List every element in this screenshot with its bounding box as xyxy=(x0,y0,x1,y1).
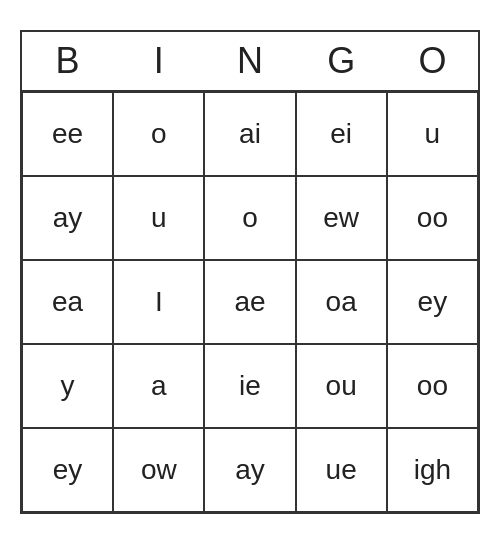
bingo-header: BINGO xyxy=(22,32,478,90)
grid-cell-r0-c1: o xyxy=(113,92,204,176)
header-cell-g: G xyxy=(296,32,387,90)
grid-cell-r1-c1: u xyxy=(113,176,204,260)
grid-cell-r2-c2: ae xyxy=(204,260,295,344)
grid-cell-r2-c4: ey xyxy=(387,260,478,344)
grid-cell-r3-c0: y xyxy=(22,344,113,428)
bingo-card: BINGO eeoaieiuayuoewooeaIaeoaeyyaieouooe… xyxy=(20,30,480,514)
header-cell-o: O xyxy=(387,32,478,90)
grid-cell-r1-c4: oo xyxy=(387,176,478,260)
grid-cell-r2-c3: oa xyxy=(296,260,387,344)
grid-cell-r4-c3: ue xyxy=(296,428,387,512)
header-cell-n: N xyxy=(204,32,295,90)
header-cell-i: I xyxy=(113,32,204,90)
grid-cell-r4-c1: ow xyxy=(113,428,204,512)
grid-cell-r0-c3: ei xyxy=(296,92,387,176)
bingo-grid: eeoaieiuayuoewooeaIaeoaeyyaieouooeyowayu… xyxy=(22,90,478,512)
grid-cell-r4-c2: ay xyxy=(204,428,295,512)
grid-cell-r3-c2: ie xyxy=(204,344,295,428)
grid-cell-r3-c3: ou xyxy=(296,344,387,428)
grid-cell-r1-c3: ew xyxy=(296,176,387,260)
grid-cell-r0-c2: ai xyxy=(204,92,295,176)
grid-cell-r0-c4: u xyxy=(387,92,478,176)
grid-cell-r3-c4: oo xyxy=(387,344,478,428)
grid-cell-r3-c1: a xyxy=(113,344,204,428)
grid-cell-r0-c0: ee xyxy=(22,92,113,176)
header-cell-b: B xyxy=(22,32,113,90)
grid-cell-r1-c2: o xyxy=(204,176,295,260)
grid-cell-r2-c0: ea xyxy=(22,260,113,344)
grid-cell-r4-c0: ey xyxy=(22,428,113,512)
grid-cell-r4-c4: igh xyxy=(387,428,478,512)
grid-cell-r2-c1: I xyxy=(113,260,204,344)
grid-cell-r1-c0: ay xyxy=(22,176,113,260)
